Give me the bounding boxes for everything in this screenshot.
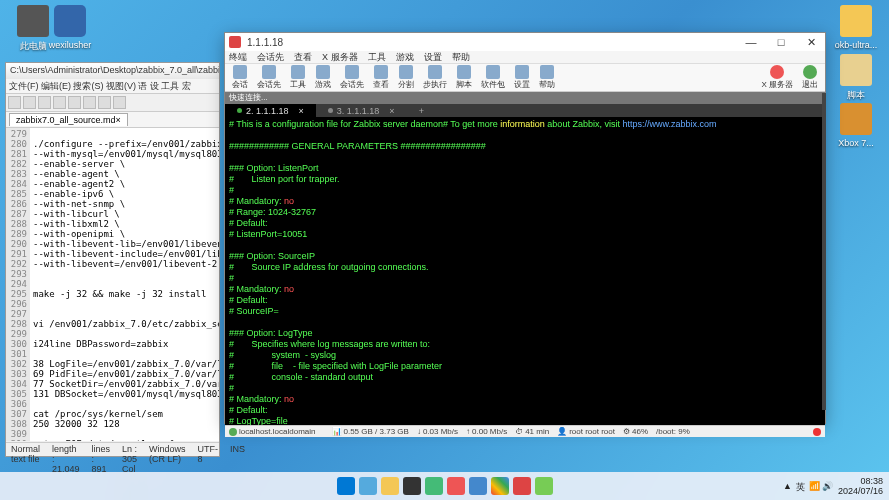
desktop-icon-app[interactable]: wexilusher <box>42 5 98 50</box>
icon-label: Xbox 7... <box>828 138 884 148</box>
xshell-addressbar[interactable]: 快速连接... <box>225 92 825 104</box>
status-net-up: 0.00 Mb/s <box>472 427 507 436</box>
xserver-button[interactable]: X 服务器 <box>758 65 796 90</box>
tab-close-icon[interactable]: × <box>299 106 304 116</box>
xshell-tool-3[interactable]: 游戏 <box>312 65 334 90</box>
xshell-tool-9[interactable]: 软件包 <box>478 65 508 90</box>
desktop-icon-folder2[interactable]: 脚本 <box>828 54 884 102</box>
taskbar-clock[interactable]: 08:38 2024/07/16 <box>838 476 883 496</box>
status-host: localhost.localdomain <box>239 427 316 436</box>
xshell-terminal[interactable]: # This is a configuration file for Zabbi… <box>225 117 825 425</box>
xshell-menu-item[interactable]: 工具 <box>368 51 386 63</box>
xshell-menu-item[interactable]: 会话先 <box>257 51 284 63</box>
xshell-titlebar[interactable]: 1.1.1.18 — □ ✕ <box>225 33 825 51</box>
xshell-statusbar: localhost.localdomain 📊 0.55 GB / 3.73 G… <box>225 425 825 437</box>
npp-status-length: length : 21,049 <box>52 444 80 455</box>
xshell-menu-item[interactable]: 查看 <box>294 51 312 63</box>
npp-code-area[interactable]: ./configure --prefix=/env001/zabbix_7.0 … <box>30 128 219 441</box>
minimize-icon[interactable]: — <box>741 36 761 49</box>
taskbar-explorer[interactable] <box>381 477 399 495</box>
session-tab[interactable]: 2. 1.1.1.18 × <box>225 104 316 117</box>
tray-lang[interactable]: 英 <box>796 481 806 491</box>
xshell-tool-1[interactable]: 会话先 <box>254 65 284 90</box>
xshell-tool-4[interactable]: 会话先 <box>337 65 367 90</box>
xshell-app-icon <box>229 36 241 48</box>
desktop-icon-xbox[interactable]: Xbox 7... <box>828 103 884 148</box>
status-net-down: 0.03 Mb/s <box>423 427 458 436</box>
npp-tool-new[interactable] <box>8 96 21 109</box>
tab-close-icon[interactable]: × <box>389 106 394 116</box>
xshell-tool-11[interactable]: 帮助 <box>536 65 558 90</box>
npp-status-mode: INS <box>230 444 245 455</box>
xshell-tool-5[interactable]: 查看 <box>370 65 392 90</box>
npp-editor: 279 280 281 282 283 284 285 286 287 288 … <box>6 128 219 441</box>
xshell-menu-item[interactable]: 帮助 <box>452 51 470 63</box>
xshell-tool-10[interactable]: 设置 <box>511 65 533 90</box>
connected-icon <box>229 428 237 436</box>
session-tab[interactable]: 3. 1.1.1.18 × <box>316 104 407 117</box>
new-tab-button[interactable]: + <box>407 104 436 117</box>
connection-dot-icon <box>237 108 242 113</box>
xshell-menu-item[interactable]: 设置 <box>424 51 442 63</box>
tray-volume-icon[interactable]: 🔊 <box>822 481 832 491</box>
npp-titlebar[interactable]: C:\Users\Administrator\Desktop\zabbix_7.… <box>6 63 219 79</box>
npp-tool-cut[interactable] <box>53 96 66 109</box>
npp-tool-save[interactable] <box>38 96 51 109</box>
xshell-tool-6[interactable]: 分割 <box>395 65 417 90</box>
npp-tool-copy[interactable] <box>68 96 81 109</box>
xshell-menu-item[interactable]: 游戏 <box>396 51 414 63</box>
npp-tool-undo[interactable] <box>98 96 111 109</box>
xshell-right-gutter <box>822 93 826 410</box>
start-button[interactable] <box>337 477 355 495</box>
xshell-menu-item[interactable]: 终端 <box>229 51 247 63</box>
tray-icons[interactable]: ▲ 英 📶 🔊 <box>783 481 832 491</box>
status-time: 41 min <box>525 427 549 436</box>
npp-tool-paste[interactable] <box>83 96 96 109</box>
xshell-window: 1.1.1.18 — □ ✕ 终端会话先查看X 服务器工具游戏设置帮助 会话会话… <box>224 32 826 424</box>
npp-tool-redo[interactable] <box>113 96 126 109</box>
close-icon[interactable]: ✕ <box>801 36 821 49</box>
npp-line-gutter: 279 280 281 282 283 284 285 286 287 288 … <box>6 128 30 441</box>
tray-network-icon[interactable]: 📶 <box>809 481 819 491</box>
windows-taskbar: ▲ 英 📶 🔊 08:38 2024/07/16 <box>0 472 889 500</box>
icon-label: okb-ultra... <box>828 40 884 50</box>
xshell-session-tabs: 2. 1.1.1.18 ×3. 1.1.1.18 ×+ <box>225 104 825 117</box>
clock-date: 2024/07/16 <box>838 486 883 496</box>
taskbar-search[interactable] <box>359 477 377 495</box>
npp-status-type: Normal text file <box>11 444 40 455</box>
npp-tabbar: zabbix7.0_all_source.md× <box>6 112 219 128</box>
xshell-tool-8[interactable]: 脚本 <box>453 65 475 90</box>
exit-button[interactable]: 退出 <box>799 65 821 90</box>
npp-status-enc: UTF-8 <box>198 444 219 455</box>
icon-label: 脚本 <box>828 89 884 102</box>
taskbar-systray: ▲ 英 📶 🔊 08:38 2024/07/16 <box>783 476 883 496</box>
taskbar-xshell[interactable] <box>513 477 531 495</box>
taskbar-npp[interactable] <box>535 477 553 495</box>
npp-status-lines: lines : 891 <box>92 444 111 455</box>
npp-menubar[interactable]: 文件(F) 编辑(E) 搜索(S) 视图(V) 语 设 工具 宏 <box>6 79 219 94</box>
taskbar-edge[interactable] <box>469 477 487 495</box>
npp-tool-open[interactable] <box>23 96 36 109</box>
status-alert-icon[interactable] <box>813 428 821 436</box>
taskbar-app1[interactable] <box>425 477 443 495</box>
clock-time: 08:38 <box>838 476 883 486</box>
xshell-menu-item[interactable]: X 服务器 <box>322 51 358 63</box>
xshell-menubar: 终端会话先查看X 服务器工具游戏设置帮助 <box>225 51 825 64</box>
npp-file-tab[interactable]: zabbix7.0_all_source.md× <box>9 113 128 126</box>
tray-icon[interactable]: ▲ <box>783 481 793 491</box>
taskbar-center <box>337 477 553 495</box>
taskbar-app2[interactable] <box>447 477 465 495</box>
npp-status-eol: Windows (CR LF) <box>149 444 186 455</box>
status-cpu: 46% <box>632 427 648 436</box>
desktop-icon-folder1[interactable]: okb-ultra... <box>828 5 884 50</box>
xshell-tool-7[interactable]: 步执行 <box>420 65 450 90</box>
notepadpp-window: C:\Users\Administrator\Desktop\zabbix_7.… <box>5 62 220 457</box>
xshell-tool-2[interactable]: 工具 <box>287 65 309 90</box>
status-boot: /boot: 9% <box>656 427 690 436</box>
status-disk: 0.55 GB / 3.73 GB <box>344 427 409 436</box>
connection-dot-icon <box>328 108 333 113</box>
maximize-icon[interactable]: □ <box>771 36 791 49</box>
xshell-tool-0[interactable]: 会话 <box>229 65 251 90</box>
taskbar-terminal[interactable] <box>403 477 421 495</box>
taskbar-chrome[interactable] <box>491 477 509 495</box>
